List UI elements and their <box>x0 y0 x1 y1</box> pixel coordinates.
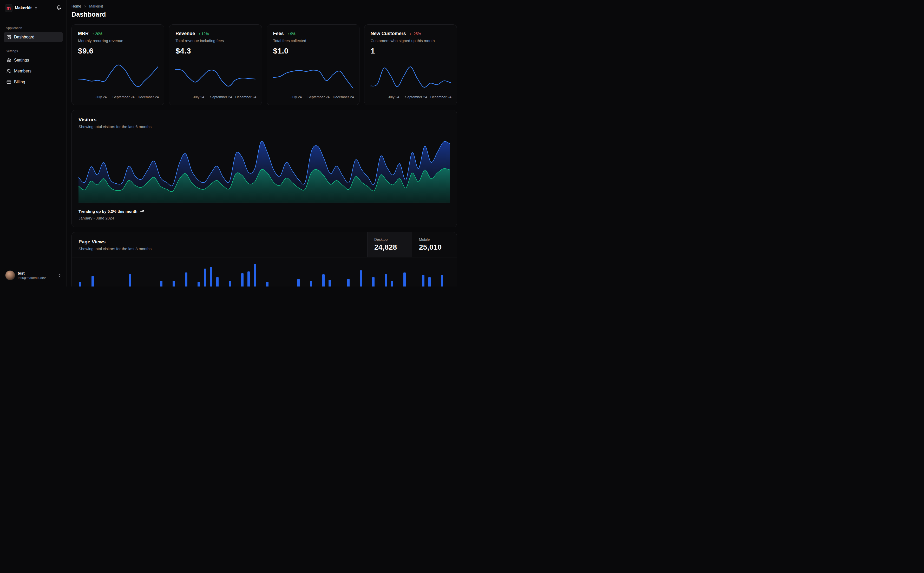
bar <box>328 280 331 286</box>
bar <box>347 279 350 286</box>
bell-icon <box>56 5 61 10</box>
chevrons-up-down-icon <box>34 6 38 10</box>
stat-value: 1 <box>371 47 450 55</box>
nav-section-application: Application <box>6 26 61 30</box>
stat-card-revenue: Revenue ↑12% Total revenue including fee… <box>169 24 262 105</box>
user-name: test <box>18 271 46 276</box>
user-email: test@makerkit.dev <box>18 276 46 280</box>
sidebar-item-settings[interactable]: Settings <box>4 55 63 66</box>
x-axis-labels: July 24 September 24 December 24 <box>176 95 255 100</box>
user-menu[interactable]: test test@makerkit.dev <box>4 269 63 282</box>
users-icon <box>6 69 11 74</box>
dashboard-grid-icon <box>6 35 11 39</box>
bar <box>210 267 212 286</box>
trend-badge: ↑12% <box>199 32 209 36</box>
stat-card-fees: Fees ↑9% Total fees collected $1.0 July … <box>267 24 359 105</box>
main-content: Home Makerkit Dashboard MRR ↑20% Monthly… <box>67 0 462 286</box>
page-views-title: Page Views <box>78 239 361 245</box>
stat-title: Revenue <box>176 31 195 36</box>
bar <box>428 277 431 286</box>
desktop-value: 24,828 <box>374 243 412 251</box>
bar <box>266 282 268 286</box>
credit-card-icon <box>6 80 11 85</box>
stat-subtitle: Monthly recurring revenue <box>78 38 158 43</box>
bar <box>198 282 200 286</box>
workspace-name: Makerkit <box>15 6 32 10</box>
chevron-right-icon <box>83 5 87 8</box>
sidebar-item-dashboard[interactable]: Dashboard <box>4 32 63 42</box>
bar <box>360 271 362 286</box>
sidebar-header: m Makerkit <box>4 4 63 13</box>
stat-cards-row: MRR ↑20% Monthly recurring revenue $9.6 … <box>72 24 457 105</box>
visitors-card: Visitors Showing total visitors for the … <box>72 110 457 227</box>
bar <box>79 282 82 286</box>
makerkit-logo: m <box>5 4 13 12</box>
stat-value: $1.0 <box>273 47 353 55</box>
toggle-mobile[interactable]: Mobile 25,010 <box>412 232 457 257</box>
avatar <box>5 271 15 280</box>
mobile-value: 25,010 <box>419 243 457 251</box>
visitors-area-chart <box>78 137 450 203</box>
notifications-button[interactable] <box>55 4 63 13</box>
breadcrumb-current: Makerkit <box>89 4 103 8</box>
trend-badge: ↓-25% <box>409 32 421 36</box>
bar <box>254 264 256 286</box>
sidebar-item-label: Billing <box>14 80 25 85</box>
visitors-trend-text: Trending up by 5.2% this month <box>78 209 138 213</box>
x-axis-labels: July 24 September 24 December 24 <box>78 95 158 100</box>
stat-value: $4.3 <box>176 47 255 55</box>
axis-tick: September 24 <box>113 95 135 99</box>
sidebar-item-label: Dashboard <box>14 35 34 39</box>
bar <box>160 281 162 286</box>
page-title: Dashboard <box>72 11 457 18</box>
sidebar-item-members[interactable]: Members <box>4 66 63 77</box>
axis-tick: July 24 <box>193 95 204 99</box>
bar <box>403 272 406 286</box>
trend-badge: ↑9% <box>287 32 295 36</box>
axis-tick: July 24 <box>388 95 399 99</box>
bar <box>241 273 243 286</box>
stat-value: $9.6 <box>78 47 158 55</box>
desktop-label: Desktop <box>374 237 412 241</box>
sidebar-item-label: Members <box>14 69 31 74</box>
breadcrumb-home-link[interactable]: Home <box>72 4 81 8</box>
arrow-up-icon: ↑ <box>287 32 289 36</box>
logo-letter: m <box>6 5 11 11</box>
stat-title: Fees <box>273 31 284 36</box>
bar <box>310 281 312 286</box>
chevrons-up-down-icon <box>58 274 61 277</box>
stat-subtitle: Total fees collected <box>273 38 353 43</box>
axis-tick: September 24 <box>405 95 427 99</box>
page-views-subtitle: Showing total visitors for the last 3 mo… <box>78 246 361 251</box>
sidebar-item-label: Settings <box>14 58 29 63</box>
fees-sparkline-chart <box>273 62 353 92</box>
bar <box>185 272 187 286</box>
revenue-sparkline-chart <box>176 62 255 92</box>
bar <box>372 277 375 286</box>
stat-card-new-customers: New Customers ↓-25% Customers who signed… <box>364 24 457 105</box>
axis-tick: September 24 <box>307 95 329 99</box>
toggle-desktop[interactable]: Desktop 24,828 <box>367 232 412 257</box>
stat-card-mrr: MRR ↑20% Monthly recurring revenue $9.6 … <box>72 24 164 105</box>
trend-value: 20% <box>95 32 102 36</box>
x-axis-labels: July 24 September 24 December 24 <box>273 95 353 100</box>
stat-subtitle: Total revenue including fees <box>176 38 255 43</box>
nav-section-settings: Settings <box>6 49 61 53</box>
sidebar-item-billing[interactable]: Billing <box>4 77 63 87</box>
axis-tick: July 24 <box>290 95 302 99</box>
bar <box>204 269 206 286</box>
axis-tick: December 24 <box>138 95 159 99</box>
axis-tick: September 24 <box>210 95 232 99</box>
bar <box>441 275 443 286</box>
customers-sparkline-chart <box>371 62 450 92</box>
mobile-label: Mobile <box>419 237 457 241</box>
trend-value: -25% <box>413 32 421 36</box>
workspace-selector[interactable]: m Makerkit <box>4 4 39 13</box>
sidebar: m Makerkit Application Dashboard Setting… <box>0 0 67 286</box>
stat-subtitle: Customers who signed up this month <box>371 38 450 43</box>
bar <box>422 275 424 286</box>
x-axis-labels: July 24 September 24 December 24 <box>371 95 450 100</box>
gear-icon <box>6 58 11 63</box>
bar <box>385 274 387 286</box>
bar <box>173 281 175 286</box>
